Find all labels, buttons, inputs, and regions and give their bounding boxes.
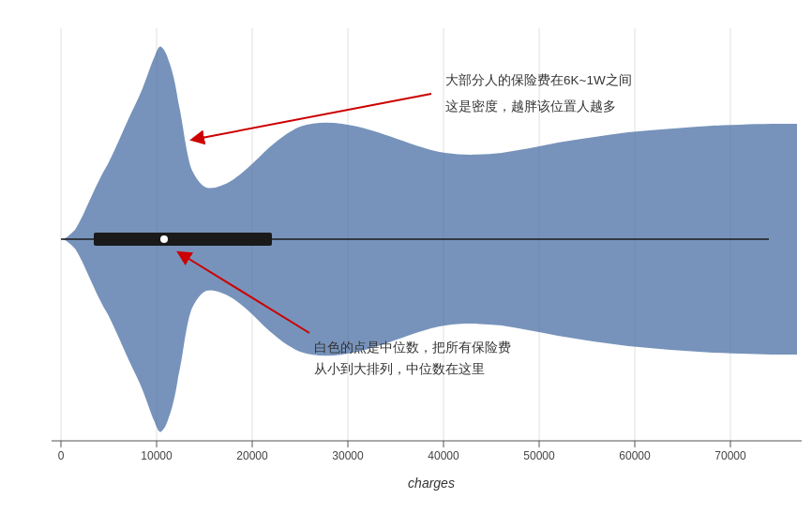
svg-text:50000: 50000 <box>523 449 555 462</box>
svg-text:40000: 40000 <box>428 449 459 462</box>
annotation-bottom-line1: 白色的点是中位数，把所有保险费 <box>314 340 511 355</box>
iqr-box <box>94 233 272 246</box>
svg-text:10000: 10000 <box>141 449 173 462</box>
svg-text:70000: 70000 <box>714 449 746 462</box>
svg-text:20000: 20000 <box>236 449 268 462</box>
annotation-bottom-line2: 从小到大排列，中位数在这里 <box>314 362 485 376</box>
chart-container: 0 10000 20000 30000 40000 50000 60000 70… <box>0 0 812 514</box>
svg-rect-9 <box>94 233 272 246</box>
x-axis-label: charges <box>408 476 455 491</box>
annotation-top-line2: 这是密度，越胖该位置人越多 <box>445 99 616 113</box>
annotation-top-line1: 大部分人的保险费在6K~1W之间 <box>445 73 632 87</box>
svg-text:30000: 30000 <box>332 449 364 462</box>
median-dot <box>160 235 168 243</box>
violin-chart: 0 10000 20000 30000 40000 50000 60000 70… <box>0 0 812 514</box>
svg-text:60000: 60000 <box>619 449 651 462</box>
svg-text:0: 0 <box>58 449 65 462</box>
